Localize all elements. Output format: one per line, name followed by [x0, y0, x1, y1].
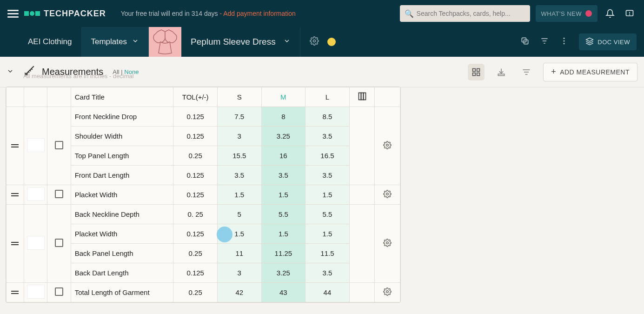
product-title-dropdown[interactable]: Peplum Sleeve Dress: [181, 27, 300, 57]
row-settings[interactable]: [375, 283, 400, 302]
collapse-icon[interactable]: [7, 67, 14, 76]
cell-s[interactable]: 5: [217, 205, 261, 224]
add-column-button[interactable]: [349, 87, 375, 107]
drag-handle[interactable]: [7, 185, 24, 205]
cell-tol[interactable]: 0.125: [173, 263, 218, 283]
row-checkbox[interactable]: [47, 107, 71, 185]
measurements-table: Card Title TOL(+/-) S M L Front Neckline…: [6, 87, 401, 303]
whats-new-button[interactable]: WHAT'S NEW: [536, 5, 598, 22]
search-input[interactable]: [417, 10, 525, 17]
status-dot[interactable]: [327, 38, 336, 46]
cell-tol[interactable]: 0. 25: [173, 205, 218, 224]
cell-tol[interactable]: 0.125: [173, 107, 218, 127]
download-icon[interactable]: [493, 64, 510, 80]
row-title[interactable]: Total Length of Garment: [71, 283, 173, 302]
cell-l[interactable]: 3.5: [305, 263, 350, 283]
cell-l[interactable]: 5.5: [305, 205, 350, 224]
cell-tol[interactable]: 0.125: [173, 185, 218, 205]
cell-s[interactable]: 1.5: [217, 185, 261, 205]
cell-l[interactable]: 44: [305, 283, 350, 302]
cell-m[interactable]: 11.25: [261, 244, 305, 263]
row-settings[interactable]: [375, 107, 400, 185]
help-icon[interactable]: [623, 9, 637, 18]
add-payment-link[interactable]: - Add payment information: [219, 10, 295, 17]
gear-icon: [383, 241, 392, 248]
cell-tol[interactable]: 0.125: [173, 127, 218, 146]
cell-m[interactable]: 3.25: [261, 127, 305, 146]
cell-m[interactable]: 43: [261, 283, 305, 302]
cell-tol[interactable]: 0.125: [173, 224, 218, 244]
cell-s[interactable]: 3: [217, 127, 261, 146]
cell-l[interactable]: 3.5: [305, 127, 350, 146]
cell-m[interactable]: 1.5: [261, 185, 305, 205]
bell-icon[interactable]: [603, 9, 617, 18]
cell-tol[interactable]: 0.125: [173, 166, 218, 185]
product-thumbnail[interactable]: [149, 27, 181, 57]
row-checkbox[interactable]: [47, 205, 71, 283]
cell-m[interactable]: 16: [261, 146, 305, 166]
cell-s[interactable]: 3.5: [217, 166, 261, 185]
cell-l[interactable]: 3.5: [305, 166, 350, 185]
row-thumbnail[interactable]: [24, 107, 47, 185]
row-title[interactable]: Back Neckline Depth: [71, 205, 173, 224]
drag-handle[interactable]: [7, 107, 24, 185]
row-checkbox[interactable]: [47, 185, 71, 205]
row-title[interactable]: Shoulder Width: [71, 127, 173, 146]
cell-tol[interactable]: 0.25: [173, 244, 218, 263]
cell-s[interactable]: 15.5: [217, 146, 261, 166]
svg-point-6: [564, 40, 565, 42]
row-title[interactable]: Front Neckline Drop: [71, 107, 173, 127]
cell-s[interactable]: 42: [217, 283, 261, 302]
breadcrumb-org-label: AEI Clothing: [28, 37, 72, 47]
header-l[interactable]: L: [305, 87, 350, 107]
cell-l[interactable]: 1.5: [305, 224, 350, 244]
sort-icon[interactable]: [518, 64, 535, 80]
drag-handle[interactable]: [7, 205, 24, 283]
cell-spacer: [349, 185, 375, 205]
row-title[interactable]: Top Panel Length: [71, 146, 173, 166]
search-input-wrap[interactable]: 🔍: [400, 5, 530, 22]
row-thumbnail[interactable]: [24, 283, 47, 302]
menu-icon[interactable]: [7, 8, 19, 19]
gear-icon[interactable]: [310, 36, 319, 47]
cell-m[interactable]: 3.25: [261, 263, 305, 283]
row-checkbox[interactable]: [47, 283, 71, 302]
table-row: Back Neckline Depth0. 2555.55.5: [7, 205, 400, 224]
header-s[interactable]: S: [217, 87, 261, 107]
cell-m[interactable]: 5.5: [261, 205, 305, 224]
cell-s[interactable]: 11: [217, 244, 261, 263]
row-title[interactable]: Placket Width: [71, 224, 173, 244]
breadcrumb-templates[interactable]: Templates: [82, 27, 149, 57]
row-settings[interactable]: [375, 185, 400, 205]
grid-view-icon[interactable]: [468, 64, 485, 80]
add-measurement-button[interactable]: + ADD MEASUREMENT: [543, 63, 637, 81]
cell-m[interactable]: 1.5: [261, 224, 305, 244]
cell-m[interactable]: 3.5: [261, 166, 305, 185]
row-thumbnail[interactable]: [24, 185, 47, 205]
row-thumbnail[interactable]: [24, 205, 47, 283]
row-title[interactable]: Back Panel Length: [71, 244, 173, 263]
svg-point-1: [630, 14, 630, 15]
copy-icon[interactable]: [520, 36, 530, 47]
cell-l[interactable]: 16.5: [305, 146, 350, 166]
row-title[interactable]: Placket Width: [71, 185, 173, 205]
cell-tol[interactable]: 0.25: [173, 283, 218, 302]
breadcrumb-org[interactable]: AEI Clothing: [19, 27, 82, 57]
cell-l[interactable]: 1.5: [305, 185, 350, 205]
cell-s[interactable]: 3: [217, 263, 261, 283]
cell-s[interactable]: 7.5: [217, 107, 261, 127]
header-m[interactable]: M: [261, 87, 305, 107]
cell-tol[interactable]: 0.25: [173, 146, 218, 166]
cell-l[interactable]: 8.5: [305, 107, 350, 127]
drag-handle[interactable]: [7, 283, 24, 302]
row-settings[interactable]: [375, 205, 400, 283]
row-title[interactable]: Back Dart Length: [71, 263, 173, 283]
cell-l[interactable]: 11.5: [305, 244, 350, 263]
doc-view-label: DOC VIEW: [598, 39, 630, 46]
cell-m[interactable]: 8: [261, 107, 305, 127]
row-title[interactable]: Front Dart Length: [71, 166, 173, 185]
more-icon[interactable]: [559, 36, 569, 47]
filter-icon[interactable]: [540, 36, 549, 47]
brand-logo[interactable]: TECHPACKER: [24, 9, 106, 19]
doc-view-button[interactable]: DOC VIEW: [579, 33, 637, 50]
